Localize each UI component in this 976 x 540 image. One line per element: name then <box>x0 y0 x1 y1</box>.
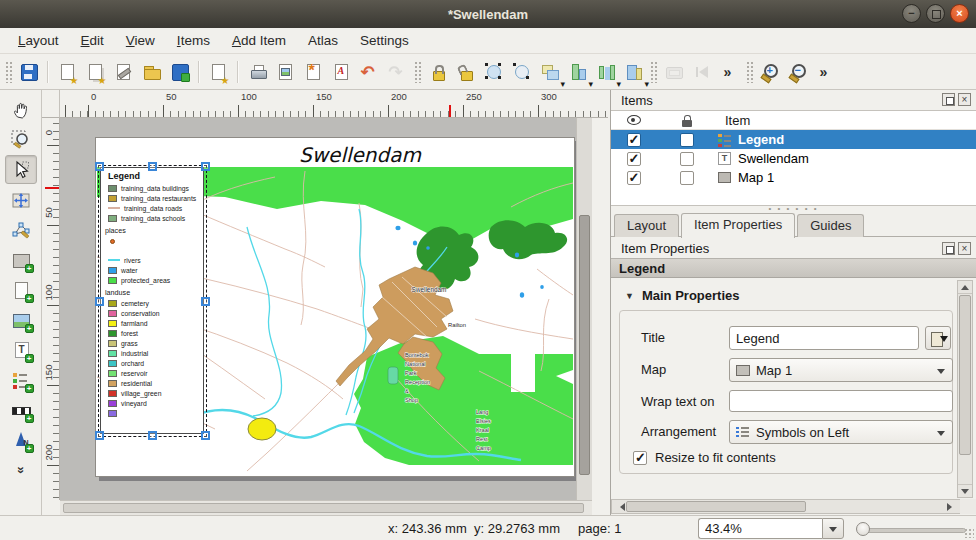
zoom-out-icon[interactable]: − <box>784 58 811 85</box>
tab-guides[interactable]: Guides <box>797 214 864 237</box>
add-north-arrow-tool[interactable]: + <box>5 425 37 454</box>
more-icon[interactable] <box>716 58 743 85</box>
selection-handle-se[interactable] <box>201 431 210 440</box>
properties-float-button[interactable] <box>942 242 955 255</box>
window-controls: − × <box>902 4 969 23</box>
selection-handle-s[interactable] <box>148 431 157 440</box>
selection-handle-n[interactable] <box>148 162 157 171</box>
lock-checkbox[interactable] <box>680 152 694 166</box>
legend-swatch <box>108 185 117 192</box>
item-row-map-1[interactable]: Map 1 <box>611 168 976 187</box>
add-legend-tool[interactable]: + <box>5 365 37 394</box>
lock-checkbox[interactable] <box>680 133 694 147</box>
arrangement-select[interactable]: Symbols on Left <box>729 420 953 444</box>
zoom-in-icon[interactable]: + <box>756 58 783 85</box>
items-close-button[interactable]: × <box>958 93 971 106</box>
zoom-slider-groove[interactable] <box>862 528 966 533</box>
properties-horizontal-scrollbar[interactable] <box>611 499 961 514</box>
undo-icon[interactable] <box>356 58 383 85</box>
selection-handle-ne[interactable] <box>201 162 210 171</box>
item-row-legend[interactable]: Legend <box>611 130 976 149</box>
properties-close-button[interactable]: × <box>958 242 971 255</box>
zoom-combo-dropdown-button[interactable] <box>822 518 844 539</box>
add-scalebar-tool[interactable]: + <box>5 395 37 424</box>
unlock-items-icon[interactable] <box>452 58 479 85</box>
add-picture-tool[interactable]: + <box>5 305 37 334</box>
properties-vertical-scrollbar[interactable] <box>957 280 973 498</box>
menu-add-item[interactable]: Add Item <box>222 30 296 51</box>
map-select[interactable]: Map 1 <box>729 358 953 382</box>
distribute-items-icon[interactable] <box>592 58 619 85</box>
selection-handle-sw[interactable] <box>95 431 104 440</box>
wrap-text-input[interactable] <box>729 390 953 412</box>
visibility-checkbox[interactable] <box>627 152 641 166</box>
group-items-icon[interactable] <box>480 58 507 85</box>
layout-manager-icon[interactable] <box>110 58 137 85</box>
visibility-checkbox[interactable] <box>627 171 641 185</box>
export-pdf-icon[interactable] <box>328 58 355 85</box>
title-label-text: Title <box>641 330 665 345</box>
canvas-horizontal-scrollbar[interactable] <box>60 500 592 515</box>
more-tools-tool[interactable] <box>5 455 37 484</box>
toolbar-grip[interactable] <box>414 61 421 83</box>
more-icon[interactable] <box>812 58 839 85</box>
zoom-tool[interactable] <box>5 125 37 154</box>
item-row-swellendam[interactable]: Swellendam <box>611 149 976 168</box>
layout-canvas[interactable]: Swellendam <box>60 118 592 500</box>
legend-swatch <box>108 267 117 274</box>
tab-item-properties[interactable]: Item Properties <box>681 213 795 238</box>
canvas-vertical-scrollbar[interactable] <box>576 118 592 500</box>
map-title-label[interactable]: Swellendam <box>146 143 574 167</box>
toolbar-grip[interactable] <box>746 61 753 83</box>
add-3d-map-tool[interactable]: + <box>5 275 37 304</box>
lock-checkbox[interactable] <box>680 171 694 185</box>
menu-atlas[interactable]: Atlas <box>298 30 348 51</box>
properties-panel-controls: × <box>942 242 971 255</box>
new-layout-icon[interactable] <box>54 58 81 85</box>
menu-layout[interactable]: Layout <box>8 30 69 51</box>
resize-checkbox[interactable] <box>633 451 647 465</box>
ungroup-items-icon[interactable] <box>508 58 535 85</box>
export-svg-icon[interactable] <box>300 58 327 85</box>
visibility-checkbox[interactable] <box>627 133 641 147</box>
menu-settings[interactable]: Settings <box>350 30 419 51</box>
menu-items[interactable]: Items <box>167 30 220 51</box>
save-project-icon[interactable] <box>15 58 42 85</box>
minimize-button[interactable]: − <box>902 4 921 23</box>
raise-items-icon[interactable] <box>536 58 563 85</box>
legend-title-input[interactable] <box>729 326 919 350</box>
items-float-button[interactable] <box>942 93 955 106</box>
select-move-tool[interactable] <box>5 155 37 184</box>
move-content-tool[interactable] <box>5 185 37 214</box>
menu-edit[interactable]: Edit <box>71 30 114 51</box>
selection-handle-e[interactable] <box>201 297 210 306</box>
pan-tool[interactable] <box>5 95 37 124</box>
zoom-slider-handle[interactable] <box>856 522 870 536</box>
print-icon[interactable] <box>244 58 271 85</box>
selection-handle-nw[interactable] <box>95 162 104 171</box>
add-from-template-icon[interactable] <box>205 58 232 85</box>
lock-items-icon[interactable] <box>424 58 451 85</box>
close-button[interactable]: × <box>950 4 969 23</box>
legend-item[interactable]: Legend training_data buildingstraining_d… <box>100 167 204 434</box>
resize-items-icon[interactable] <box>620 58 647 85</box>
duplicate-layout-icon[interactable] <box>82 58 109 85</box>
tab-layout[interactable]: Layout <box>614 214 679 237</box>
edit-nodes-tool[interactable] <box>5 215 37 244</box>
align-items-icon[interactable] <box>564 58 591 85</box>
export-image-icon[interactable] <box>272 58 299 85</box>
selection-handle-w[interactable] <box>95 297 104 306</box>
add-label-tool[interactable]: + <box>5 335 37 364</box>
add-map-tool[interactable]: + <box>5 245 37 274</box>
window-resize-grip[interactable] <box>964 528 974 538</box>
save-as-template-icon[interactable] <box>166 58 193 85</box>
data-defined-override-button[interactable] <box>925 326 951 350</box>
legend-swatch <box>108 410 117 417</box>
maximize-button[interactable] <box>926 4 945 23</box>
toolbar-grip[interactable] <box>5 61 12 83</box>
toolbar-grip[interactable] <box>650 61 657 83</box>
zoom-level-input[interactable] <box>698 518 822 539</box>
main-properties-header[interactable]: ▼ Main Properties <box>625 288 739 303</box>
menu-view[interactable]: View <box>116 30 165 51</box>
open-icon[interactable] <box>138 58 165 85</box>
